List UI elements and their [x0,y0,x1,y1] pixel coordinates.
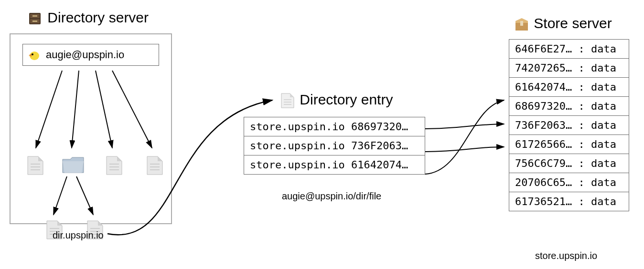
svg-marker-9 [38,156,43,161]
file-cabinet-icon [26,10,43,27]
directory-server-title-text: Directory server [47,10,149,25]
svg-marker-16 [117,156,122,161]
svg-rect-42 [520,21,523,26]
entry-row: store.upspin.io 736F2063… [244,136,425,155]
directory-entry-caption: augie@upspin.io/dir/file [282,191,381,202]
store-server-title-text: Store server [534,15,612,31]
file-icon [144,154,165,176]
user-box: augie@upspin.io [22,44,159,66]
store-row: 646F6E27… : data [509,40,629,59]
directory-entry-title: Directory entry [279,92,393,110]
svg-marker-21 [158,156,162,161]
directory-server-box: augie@upspin.io [10,33,172,224]
directory-server-title: Directory server [26,10,149,27]
store-server-caption: store.upspin.io [535,250,597,261]
store-server-title: Store server [514,15,612,32]
store-server-table: 646F6E27… : data 74207265… : data 616420… [509,39,629,211]
store-row: 61736521… : data [509,192,629,211]
package-icon [514,16,530,32]
directory-entry-title-text: Directory entry [300,92,393,107]
store-row: 736F2063… : data [509,116,629,135]
file-icon [25,154,46,176]
svg-rect-4 [32,21,37,22]
page-icon [279,92,296,110]
directory-entry-table: store.upspin.io 68697320… store.upspin.i… [244,117,425,175]
folder-icon [61,154,86,176]
entry-row: store.upspin.io 61642074… [244,155,425,174]
store-row: 61726566… : data [509,135,629,154]
directory-server-caption: dir.upspin.io [53,230,104,241]
store-row: 74207265… : data [509,59,629,78]
file-icon [104,154,125,176]
user-email: augie@upspin.io [46,49,124,61]
bird-icon [28,48,41,62]
svg-rect-3 [32,15,37,17]
store-row: 61642074… : data [509,78,629,97]
store-row: 20706C65… : data [509,173,629,192]
svg-marker-26 [57,221,62,226]
svg-marker-14 [63,161,84,173]
svg-marker-31 [98,221,103,226]
entry-row: store.upspin.io 68697320… [244,117,425,136]
store-row: 68697320… : data [509,97,629,116]
svg-point-6 [32,53,33,55]
store-row: 756C6C79… : data [509,154,629,173]
